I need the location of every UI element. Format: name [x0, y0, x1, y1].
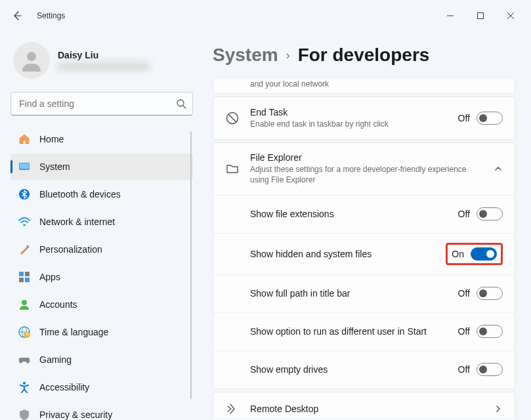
sidebar-item-label: Apps — [39, 272, 60, 282]
toggle-state-label: Off — [458, 288, 470, 299]
setting-desc: Enable end task in taskbar by right clic… — [250, 119, 448, 129]
avatar — [13, 42, 50, 79]
bluetooth-icon — [18, 188, 30, 200]
sidebar-item-personalization[interactable]: Personalization — [11, 236, 193, 262]
app-title: Settings — [37, 11, 65, 20]
toggle-state-label: Off — [458, 209, 470, 219]
sidebar-item-apps[interactable]: Apps — [11, 264, 193, 290]
minimize-icon — [447, 12, 454, 19]
setting-sub-label: Show full path in title bar — [250, 288, 448, 299]
sidebar-item-label: Time & language — [39, 327, 108, 337]
arrow-left-icon — [12, 10, 22, 21]
sidebar: Daisy Liu Home System Bluetooth & device… — [0, 32, 197, 420]
home-icon — [18, 133, 30, 145]
search-icon — [176, 98, 186, 109]
sidebar-item-label: Personalization — [39, 244, 102, 255]
toggle-switch[interactable] — [477, 207, 503, 220]
sidebar-item-bluetooth[interactable]: Bluetooth & devices — [11, 181, 193, 207]
setting-sub-row: Show full path in title barOff — [213, 274, 515, 312]
svg-rect-9 — [19, 278, 24, 282]
breadcrumb-parent[interactable]: System — [213, 45, 278, 66]
toggle-switch[interactable] — [471, 247, 497, 261]
remote-icon — [225, 402, 240, 416]
toggle-state-label: Off — [458, 364, 470, 375]
setting-sub-row: Show hidden and system filesOn — [213, 233, 515, 274]
scrollbar-track[interactable] — [190, 131, 192, 399]
accessibility-icon — [18, 381, 30, 393]
no-entry-icon — [225, 111, 240, 125]
maximize-button[interactable] — [465, 5, 496, 26]
sidebar-item-label: Privacy & security — [39, 410, 112, 420]
setting-card-file-explorer: File Explorer Adjust these settings for … — [213, 142, 515, 388]
chevron-right-icon — [494, 404, 503, 413]
svg-point-2 — [177, 100, 184, 106]
expander-header-file-explorer[interactable]: File Explorer Adjust these settings for … — [213, 143, 515, 194]
search-input[interactable] — [11, 92, 193, 116]
folder-icon — [225, 161, 240, 176]
breadcrumb: System › For developers — [213, 32, 515, 79]
toggle-switch[interactable] — [477, 325, 503, 338]
setting-sub-row: Show empty drivesOff — [213, 350, 515, 388]
sidebar-item-network[interactable]: Network & internet — [11, 209, 193, 235]
sidebar-item-time[interactable]: Time & language — [11, 319, 193, 345]
nav-list: Home System Bluetooth & devices Network … — [11, 126, 193, 420]
user-section[interactable]: Daisy Liu — [11, 37, 193, 89]
minimize-button[interactable] — [435, 5, 465, 26]
svg-rect-4 — [20, 163, 29, 169]
sidebar-item-accounts[interactable]: Accounts — [11, 291, 193, 318]
accounts-icon — [18, 299, 30, 310]
chevron-up-icon — [494, 164, 503, 173]
sidebar-item-label: Accessibility — [39, 382, 89, 392]
toggle-switch[interactable] — [477, 363, 503, 376]
svg-point-11 — [22, 300, 27, 305]
toggle-end-task[interactable] — [477, 112, 503, 125]
sidebar-item-privacy[interactable]: Privacy & security — [11, 402, 193, 420]
system-icon — [18, 161, 30, 173]
sidebar-item-label: System — [39, 161, 70, 172]
toggle-wrap: Off — [458, 287, 503, 300]
setting-desc: Adjust these settings for a more develop… — [250, 164, 483, 185]
clock-globe-icon — [18, 326, 30, 338]
toggle-state-label: Off — [458, 113, 470, 123]
svg-point-1 — [27, 52, 36, 61]
svg-rect-8 — [25, 272, 30, 276]
user-name: Daisy Liu — [58, 50, 190, 60]
svg-point-6 — [23, 224, 26, 226]
toggle-switch[interactable] — [477, 287, 503, 300]
close-icon — [507, 12, 514, 19]
setting-title: End Task — [250, 107, 448, 117]
close-button[interactable] — [496, 5, 526, 26]
setting-sub-label: Show hidden and system files — [250, 249, 435, 259]
sidebar-item-system[interactable]: System — [11, 154, 193, 180]
brush-icon — [18, 243, 30, 255]
svg-rect-7 — [19, 272, 24, 276]
setting-sub-label: Show file extensions — [250, 209, 448, 219]
highlighted-toggle: On — [446, 243, 503, 265]
sidebar-item-accessibility[interactable]: Accessibility — [11, 374, 193, 400]
wifi-icon — [18, 216, 30, 228]
setting-card-partial: and your local network — [213, 79, 515, 94]
setting-title: File Explorer — [250, 152, 483, 163]
setting-sub-label: Show option to run as different user in … — [250, 326, 448, 337]
toggle-state-label: Off — [458, 326, 470, 337]
sidebar-item-label: Gaming — [39, 354, 72, 365]
svg-point-15 — [23, 382, 26, 385]
page-title: For developers — [298, 45, 430, 66]
window-controls — [435, 5, 526, 26]
content-area: System › For developers and your local n… — [197, 32, 531, 420]
sidebar-item-label: Bluetooth & devices — [39, 189, 121, 200]
setting-title: Remote Desktop — [250, 404, 483, 414]
sidebar-item-home[interactable]: Home — [11, 126, 193, 152]
setting-card-remote-desktop[interactable]: Remote Desktop — [213, 392, 515, 419]
maximize-icon — [477, 12, 484, 19]
svg-rect-0 — [478, 13, 484, 19]
setting-sub-label: Show empty drives — [250, 364, 448, 375]
sidebar-item-gaming[interactable]: Gaming — [11, 346, 193, 373]
back-button[interactable] — [5, 4, 29, 28]
setting-card-end-task[interactable]: End Task Enable end task in taskbar by r… — [213, 96, 515, 140]
chevron-right-icon: › — [286, 49, 290, 62]
shield-icon — [18, 409, 30, 420]
search-box — [11, 92, 193, 116]
user-info: Daisy Liu — [58, 50, 190, 71]
setting-sub-row: Show option to run as different user in … — [213, 312, 515, 350]
